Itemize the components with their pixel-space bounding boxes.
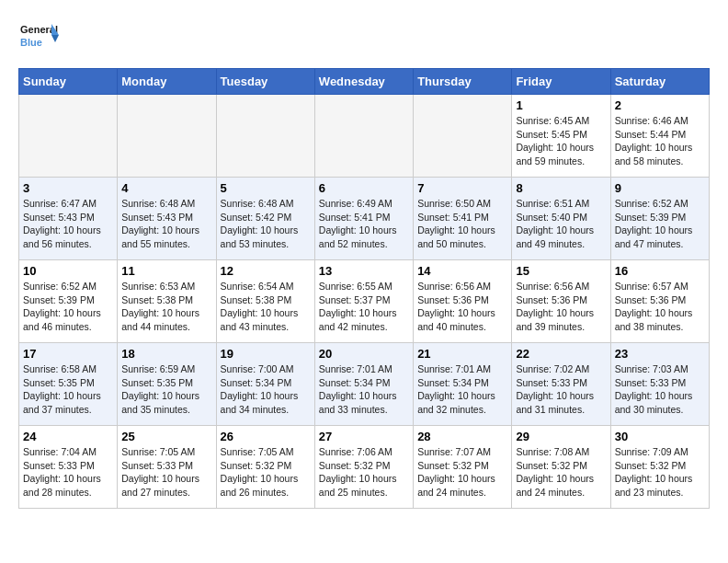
calendar-week-row: 3Sunrise: 6:47 AM Sunset: 5:43 PM Daylig…: [19, 178, 710, 260]
day-info: Sunrise: 7:02 AM Sunset: 5:33 PM Dayligh…: [516, 362, 606, 417]
calendar-cell: 8Sunrise: 6:51 AM Sunset: 5:40 PM Daylig…: [512, 178, 610, 260]
day-number: 11: [121, 264, 211, 278]
day-number: 12: [221, 264, 311, 278]
calendar-week-row: 10Sunrise: 6:52 AM Sunset: 5:39 PM Dayli…: [19, 260, 710, 343]
calendar-cell: 11Sunrise: 6:53 AM Sunset: 5:38 PM Dayli…: [118, 260, 216, 343]
day-number: 30: [615, 430, 705, 443]
calendar-cell: [314, 95, 413, 178]
calendar-cell: [414, 95, 512, 178]
day-number: 7: [417, 181, 507, 195]
calendar-cell: [19, 95, 118, 178]
calendar-cell: 15Sunrise: 6:56 AM Sunset: 5:36 PM Dayli…: [512, 260, 610, 343]
day-number: 26: [221, 430, 311, 443]
calendar-cell: 4Sunrise: 6:48 AM Sunset: 5:43 PM Daylig…: [118, 178, 216, 260]
day-info: Sunrise: 7:03 AM Sunset: 5:33 PM Dayligh…: [615, 362, 705, 417]
calendar-cell: 6Sunrise: 6:49 AM Sunset: 5:41 PM Daylig…: [314, 178, 413, 260]
calendar-cell: 28Sunrise: 7:07 AM Sunset: 5:32 PM Dayli…: [414, 426, 512, 509]
calendar-cell: 22Sunrise: 7:02 AM Sunset: 5:33 PM Dayli…: [512, 343, 610, 426]
calendar-cell: 27Sunrise: 7:06 AM Sunset: 5:32 PM Dayli…: [314, 426, 413, 509]
weekday-header: Friday: [512, 69, 610, 95]
day-info: Sunrise: 6:49 AM Sunset: 5:41 PM Dayligh…: [319, 197, 409, 251]
calendar-cell: 24Sunrise: 7:04 AM Sunset: 5:33 PM Dayli…: [19, 426, 118, 509]
calendar-table: SundayMondayTuesdayWednesdayThursdayFrid…: [18, 68, 710, 509]
svg-text:Blue: Blue: [20, 37, 42, 48]
calendar-cell: 20Sunrise: 7:01 AM Sunset: 5:34 PM Dayli…: [314, 343, 413, 426]
day-info: Sunrise: 6:50 AM Sunset: 5:41 PM Dayligh…: [417, 197, 507, 251]
page-header: General Blue: [18, 18, 710, 59]
calendar-cell: 13Sunrise: 6:55 AM Sunset: 5:37 PM Dayli…: [314, 260, 413, 343]
day-number: 14: [417, 264, 507, 278]
calendar-week-row: 1Sunrise: 6:45 AM Sunset: 5:45 PM Daylig…: [19, 95, 710, 178]
weekday-header: Sunday: [19, 69, 118, 95]
day-number: 22: [516, 347, 606, 361]
day-number: 4: [121, 181, 211, 195]
calendar-cell: 10Sunrise: 6:52 AM Sunset: 5:39 PM Dayli…: [19, 260, 118, 343]
day-info: Sunrise: 6:48 AM Sunset: 5:42 PM Dayligh…: [221, 197, 311, 251]
logo-svg: General Blue: [18, 18, 59, 59]
day-info: Sunrise: 6:57 AM Sunset: 5:36 PM Dayligh…: [615, 280, 705, 334]
day-info: Sunrise: 6:46 AM Sunset: 5:44 PM Dayligh…: [615, 114, 705, 168]
calendar-cell: 5Sunrise: 6:48 AM Sunset: 5:42 PM Daylig…: [216, 178, 314, 260]
day-number: 27: [319, 430, 409, 443]
day-info: Sunrise: 7:00 AM Sunset: 5:34 PM Dayligh…: [221, 362, 311, 417]
day-info: Sunrise: 7:01 AM Sunset: 5:34 PM Dayligh…: [319, 362, 409, 417]
calendar-cell: 17Sunrise: 6:58 AM Sunset: 5:35 PM Dayli…: [19, 343, 118, 426]
calendar-cell: 7Sunrise: 6:50 AM Sunset: 5:41 PM Daylig…: [414, 178, 512, 260]
day-number: 18: [121, 347, 211, 361]
calendar-cell: 29Sunrise: 7:08 AM Sunset: 5:32 PM Dayli…: [512, 426, 610, 509]
calendar-week-row: 17Sunrise: 6:58 AM Sunset: 5:35 PM Dayli…: [19, 343, 710, 426]
day-info: Sunrise: 7:01 AM Sunset: 5:34 PM Dayligh…: [417, 362, 507, 417]
weekday-header: Monday: [118, 69, 216, 95]
day-number: 13: [319, 264, 409, 278]
calendar-cell: 23Sunrise: 7:03 AM Sunset: 5:33 PM Dayli…: [610, 343, 709, 426]
day-info: Sunrise: 7:04 AM Sunset: 5:33 PM Dayligh…: [23, 445, 113, 500]
day-number: 9: [615, 181, 705, 195]
calendar-cell: 19Sunrise: 7:00 AM Sunset: 5:34 PM Dayli…: [216, 343, 314, 426]
day-number: 24: [23, 430, 113, 443]
day-info: Sunrise: 6:59 AM Sunset: 5:35 PM Dayligh…: [121, 362, 211, 417]
calendar-cell: 25Sunrise: 7:05 AM Sunset: 5:33 PM Dayli…: [118, 426, 216, 509]
day-number: 10: [23, 264, 113, 278]
day-number: 2: [615, 98, 705, 112]
logo-container: General Blue: [18, 18, 59, 59]
calendar-cell: 18Sunrise: 6:59 AM Sunset: 5:35 PM Dayli…: [118, 343, 216, 426]
weekday-header-row: SundayMondayTuesdayWednesdayThursdayFrid…: [19, 69, 710, 95]
day-info: Sunrise: 6:56 AM Sunset: 5:36 PM Dayligh…: [417, 280, 507, 334]
day-info: Sunrise: 7:05 AM Sunset: 5:33 PM Dayligh…: [121, 445, 211, 500]
day-number: 25: [121, 430, 211, 443]
calendar-cell: [118, 95, 216, 178]
day-info: Sunrise: 6:54 AM Sunset: 5:38 PM Dayligh…: [221, 280, 311, 334]
day-number: 1: [516, 98, 606, 112]
day-info: Sunrise: 6:55 AM Sunset: 5:37 PM Dayligh…: [319, 280, 409, 334]
day-number: 5: [221, 181, 311, 195]
day-number: 3: [23, 181, 113, 195]
calendar-cell: 12Sunrise: 6:54 AM Sunset: 5:38 PM Dayli…: [216, 260, 314, 343]
weekday-header: Wednesday: [314, 69, 413, 95]
day-number: 21: [417, 347, 507, 361]
day-info: Sunrise: 6:52 AM Sunset: 5:39 PM Dayligh…: [615, 197, 705, 251]
day-info: Sunrise: 7:09 AM Sunset: 5:32 PM Dayligh…: [615, 445, 705, 500]
day-number: 19: [221, 347, 311, 361]
day-number: 17: [23, 347, 113, 361]
calendar-cell: 9Sunrise: 6:52 AM Sunset: 5:39 PM Daylig…: [610, 178, 709, 260]
day-number: 28: [417, 430, 507, 443]
day-info: Sunrise: 7:05 AM Sunset: 5:32 PM Dayligh…: [221, 445, 311, 500]
weekday-header: Thursday: [414, 69, 512, 95]
calendar-cell: 16Sunrise: 6:57 AM Sunset: 5:36 PM Dayli…: [610, 260, 709, 343]
day-info: Sunrise: 7:08 AM Sunset: 5:32 PM Dayligh…: [516, 445, 606, 500]
calendar-cell: 1Sunrise: 6:45 AM Sunset: 5:45 PM Daylig…: [512, 95, 610, 178]
day-info: Sunrise: 7:07 AM Sunset: 5:32 PM Dayligh…: [417, 445, 507, 500]
calendar-cell: 26Sunrise: 7:05 AM Sunset: 5:32 PM Dayli…: [216, 426, 314, 509]
calendar-cell: 2Sunrise: 6:46 AM Sunset: 5:44 PM Daylig…: [610, 95, 709, 178]
calendar-cell: 30Sunrise: 7:09 AM Sunset: 5:32 PM Dayli…: [610, 426, 709, 509]
day-number: 29: [516, 430, 606, 443]
day-info: Sunrise: 6:45 AM Sunset: 5:45 PM Dayligh…: [516, 114, 606, 168]
day-number: 20: [319, 347, 409, 361]
weekday-header: Saturday: [610, 69, 709, 95]
day-info: Sunrise: 6:52 AM Sunset: 5:39 PM Dayligh…: [23, 280, 113, 334]
day-number: 15: [516, 264, 606, 278]
day-number: 8: [516, 181, 606, 195]
calendar-cell: 3Sunrise: 6:47 AM Sunset: 5:43 PM Daylig…: [19, 178, 118, 260]
weekday-header: Tuesday: [216, 69, 314, 95]
calendar-cell: 21Sunrise: 7:01 AM Sunset: 5:34 PM Dayli…: [414, 343, 512, 426]
